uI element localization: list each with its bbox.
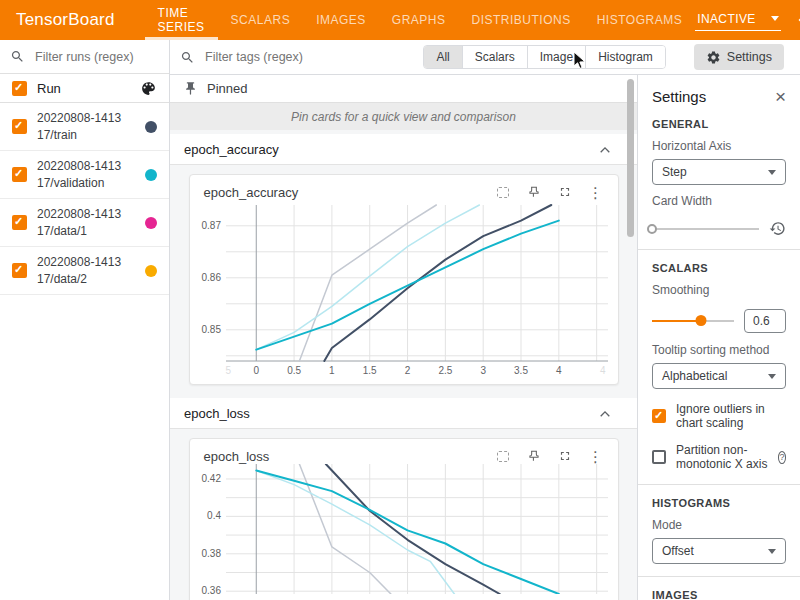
x-tick-label: 3: [480, 365, 486, 376]
runs-sidebar: Run 20220808-141317/train20220808-141317…: [0, 40, 170, 600]
tab-time-series[interactable]: TIME SERIES: [145, 0, 218, 40]
tooltip-sort-label: Tooltip sorting method: [652, 343, 786, 357]
tab-distributions[interactable]: DISTRIBUTIONS: [459, 0, 584, 40]
cards-area: Pinned Pin cards for a quick view and co…: [170, 75, 637, 600]
pin-card-icon[interactable]: [526, 448, 542, 464]
run-name: 20220808-141317/train: [37, 110, 125, 142]
ignore-outliers-row[interactable]: Ignore outliers in chart scaling: [652, 402, 786, 430]
reset-icon[interactable]: [769, 220, 786, 237]
pin-icon: [183, 81, 198, 96]
more-options-icon[interactable]: ⋮: [588, 448, 604, 464]
y-tick-label: 0.4: [207, 510, 221, 521]
pin-card-icon[interactable]: [526, 184, 542, 200]
run-checkbox[interactable]: [12, 167, 27, 182]
app-header: TensorBoard TIME SERIESSCALARSIMAGESGRAP…: [0, 0, 800, 40]
run-color-dot: [145, 121, 157, 133]
settings-button[interactable]: Settings: [694, 44, 784, 70]
filter-histogram[interactable]: Histogram: [586, 46, 665, 68]
scalar-card-epoch-loss: epoch_loss ⋮ 0.360.380.40.42: [189, 438, 619, 600]
main-toolbar: AllScalarsImageHistogram Settings: [170, 40, 800, 75]
run-color-dot: [145, 217, 157, 229]
filter-image[interactable]: Image: [528, 46, 586, 68]
filter-scalars[interactable]: Scalars: [463, 46, 528, 68]
close-icon[interactable]: ×: [775, 87, 786, 106]
run-checkbox[interactable]: [12, 263, 27, 278]
run-name: 20220808-141317/data/2: [37, 254, 125, 286]
general-heading: GENERAL: [652, 118, 786, 130]
x-tick-label: 2: [404, 365, 410, 376]
run-checkbox[interactable]: [12, 119, 27, 134]
section-header-epoch-loss[interactable]: epoch_loss: [170, 398, 637, 429]
smoothing-slider[interactable]: [652, 320, 734, 322]
partition-x-label: Partition non-monotonic X axis: [676, 443, 768, 471]
run-row[interactable]: 20220808-141317/data/1: [0, 199, 169, 247]
search-icon: [10, 49, 25, 64]
run-color-dot: [145, 265, 157, 277]
x-tick-label: 1: [329, 365, 335, 376]
chevron-down-icon: [768, 549, 776, 554]
fullscreen-icon[interactable]: [557, 448, 573, 464]
run-row[interactable]: 20220808-141317/train: [0, 103, 169, 151]
more-options-icon[interactable]: ⋮: [588, 184, 604, 200]
y-tick-label: 0.86: [201, 272, 221, 283]
status-value: INACTIVE: [697, 12, 756, 26]
section-title: epoch_loss: [184, 406, 250, 421]
settings-button-label: Settings: [727, 50, 772, 64]
card-width-slider[interactable]: [652, 228, 759, 230]
ignore-outliers-checkbox[interactable]: [652, 409, 666, 423]
card-title: epoch_accuracy: [204, 185, 299, 200]
histogram-mode-select[interactable]: Offset: [652, 538, 786, 564]
brightness-icon[interactable]: [793, 6, 800, 34]
x-tick-label: 2.5: [438, 365, 452, 376]
collapse-icon[interactable]: [599, 406, 611, 421]
partition-x-checkbox[interactable]: [652, 450, 666, 464]
epoch-loss-chart[interactable]: 0.360.380.40.42: [196, 464, 612, 594]
filter-runs-input[interactable]: [33, 49, 159, 65]
fullscreen-icon[interactable]: [557, 184, 573, 200]
pinned-section-header: Pinned: [170, 75, 637, 103]
app-title: TensorBoard: [0, 0, 145, 40]
pinned-empty-message: Pin cards for a quick view and compariso…: [170, 103, 637, 130]
chart-svg: 0.360.380.40.42: [196, 464, 612, 594]
run-row[interactable]: 20220808-141317/data/2: [0, 247, 169, 295]
tag-filter-toggle-group: AllScalarsImageHistogram: [423, 45, 665, 69]
tab-scalars[interactable]: SCALARS: [218, 0, 304, 40]
tooltip-sort-select[interactable]: Alphabetical: [652, 363, 786, 389]
tab-images[interactable]: IMAGES: [303, 0, 379, 40]
run-row[interactable]: 20220808-141317/validation: [0, 151, 169, 199]
horizontal-axis-value: Step: [662, 165, 687, 179]
search-icon: [180, 50, 195, 65]
header-right: INACTIVE: [695, 0, 800, 40]
select-zoom-icon[interactable]: [495, 184, 511, 200]
series-20220808-141317-validation-original-: [256, 471, 454, 595]
pinned-label: Pinned: [207, 81, 247, 96]
status-dropdown[interactable]: INACTIVE: [695, 10, 781, 31]
filter-tags-input[interactable]: [203, 49, 423, 65]
palette-icon[interactable]: [140, 80, 157, 97]
chevron-down-icon: [771, 16, 779, 21]
tab-graphs[interactable]: GRAPHS: [379, 0, 459, 40]
section-header-epoch-accuracy[interactable]: epoch_accuracy: [170, 134, 637, 165]
y-tick-label: 0.85: [201, 324, 221, 335]
x-tick-label: 0.5: [287, 365, 301, 376]
content-scrollbar[interactable]: [627, 79, 634, 237]
horizontal-axis-select[interactable]: Step: [652, 159, 786, 185]
filter-all[interactable]: All: [424, 46, 462, 68]
run-color-dot: [145, 169, 157, 181]
run-checkbox[interactable]: [12, 215, 27, 230]
partition-x-row[interactable]: Partition non-monotonic X axis ?: [652, 443, 786, 471]
select-all-runs-checkbox[interactable]: [12, 81, 27, 96]
runs-header-row: Run: [0, 74, 169, 103]
epoch-accuracy-chart[interactable]: 0.850.860.8700.511.522.533.5454: [196, 200, 612, 378]
histogram-mode-value: Offset: [662, 544, 694, 558]
scalar-card-epoch-accuracy: epoch_accuracy ⋮ 0.850.860.8700.511.522.…: [189, 174, 619, 385]
histogram-mode-label: Mode: [652, 518, 786, 532]
collapse-icon[interactable]: [599, 142, 611, 157]
runs-list: 20220808-141317/train20220808-141317/val…: [0, 103, 169, 295]
help-icon[interactable]: ?: [778, 451, 786, 464]
smoothing-input[interactable]: 0.6: [744, 309, 786, 333]
card-width-label: Card Width: [652, 194, 786, 208]
select-zoom-icon[interactable]: [495, 448, 511, 464]
tab-histograms[interactable]: HISTOGRAMS: [584, 0, 695, 40]
card-title: epoch_loss: [204, 449, 270, 464]
